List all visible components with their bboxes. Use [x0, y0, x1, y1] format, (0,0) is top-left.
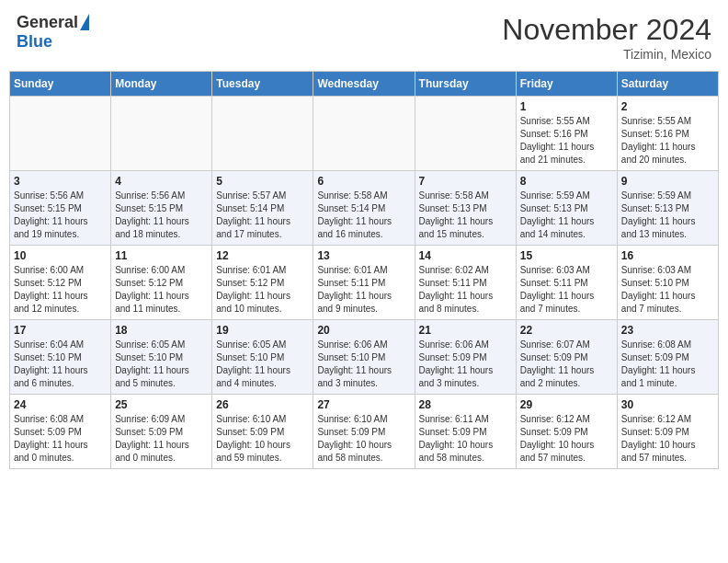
day-number: 20: [317, 324, 410, 337]
day-info: Sunrise: 5:58 AMSunset: 5:14 PMDaylight:…: [317, 190, 410, 241]
day-info: Sunrise: 6:12 AMSunset: 5:09 PMDaylight:…: [520, 413, 613, 465]
day-info: Sunrise: 6:10 AMSunset: 5:09 PMDaylight:…: [317, 413, 410, 465]
day-number: 17: [14, 324, 107, 337]
calendar-cell: 15Sunrise: 6:03 AMSunset: 5:11 PMDayligh…: [516, 246, 617, 320]
title-block: November 2024 Tizimin, Mexico: [502, 13, 711, 62]
day-header-thursday: Thursday: [415, 72, 516, 97]
calendar-cell: 1Sunrise: 5:55 AMSunset: 5:16 PMDaylight…: [516, 97, 617, 171]
day-info: Sunrise: 6:06 AMSunset: 5:10 PMDaylight:…: [317, 339, 410, 390]
calendar-cell: [313, 97, 415, 171]
calendar-table: SundayMondayTuesdayWednesdayThursdayFrid…: [9, 71, 719, 469]
day-number: 7: [419, 175, 512, 188]
calendar-cell: 29Sunrise: 6:12 AMSunset: 5:09 PMDayligh…: [516, 395, 617, 469]
calendar-week-4: 17Sunrise: 6:04 AMSunset: 5:10 PMDayligh…: [10, 320, 719, 395]
header: General Blue November 2024 Tizimin, Mexi…: [9, 9, 719, 65]
calendar-cell: 25Sunrise: 6:09 AMSunset: 5:09 PMDayligh…: [111, 395, 212, 469]
calendar-cell: 8Sunrise: 5:59 AMSunset: 5:13 PMDaylight…: [516, 171, 617, 246]
day-info: Sunrise: 6:09 AMSunset: 5:09 PMDaylight:…: [115, 413, 208, 465]
logo: General Blue: [17, 13, 89, 52]
calendar-week-2: 3Sunrise: 5:56 AMSunset: 5:15 PMDaylight…: [10, 171, 719, 246]
day-header-friday: Friday: [516, 72, 617, 97]
day-info: Sunrise: 6:08 AMSunset: 5:09 PMDaylight:…: [14, 413, 107, 465]
calendar-cell: 26Sunrise: 6:10 AMSunset: 5:09 PMDayligh…: [212, 395, 313, 469]
day-info: Sunrise: 6:07 AMSunset: 5:09 PMDaylight:…: [520, 339, 613, 390]
day-info: Sunrise: 6:00 AMSunset: 5:12 PMDaylight:…: [115, 264, 208, 316]
day-info: Sunrise: 5:55 AMSunset: 5:16 PMDaylight:…: [621, 115, 714, 167]
day-number: 27: [317, 398, 410, 411]
day-header-tuesday: Tuesday: [212, 72, 313, 97]
calendar-cell: 14Sunrise: 6:02 AMSunset: 5:11 PMDayligh…: [415, 246, 516, 320]
day-number: 8: [520, 175, 613, 188]
calendar-cell: [212, 97, 313, 171]
day-info: Sunrise: 6:01 AMSunset: 5:11 PMDaylight:…: [317, 264, 410, 316]
calendar-cell: 16Sunrise: 6:03 AMSunset: 5:10 PMDayligh…: [617, 246, 718, 320]
day-number: 5: [216, 175, 309, 188]
day-number: 10: [14, 249, 107, 262]
calendar-cell: 6Sunrise: 5:58 AMSunset: 5:14 PMDaylight…: [313, 171, 415, 246]
calendar-header-row: SundayMondayTuesdayWednesdayThursdayFrid…: [10, 72, 719, 97]
day-header-saturday: Saturday: [617, 72, 718, 97]
day-number: 23: [621, 324, 714, 337]
day-number: 28: [419, 398, 512, 411]
day-info: Sunrise: 6:11 AMSunset: 5:09 PMDaylight:…: [419, 413, 512, 465]
day-number: 22: [520, 324, 613, 337]
day-header-sunday: Sunday: [10, 72, 111, 97]
calendar-cell: [111, 97, 212, 171]
logo-triangle-icon: [80, 14, 89, 30]
day-number: 11: [115, 249, 208, 262]
day-number: 2: [621, 100, 714, 113]
calendar-cell: 7Sunrise: 5:58 AMSunset: 5:13 PMDaylight…: [415, 171, 516, 246]
day-number: 15: [520, 249, 613, 262]
calendar-week-3: 10Sunrise: 6:00 AMSunset: 5:12 PMDayligh…: [10, 246, 719, 320]
day-info: Sunrise: 5:56 AMSunset: 5:15 PMDaylight:…: [115, 190, 208, 241]
calendar-cell: 17Sunrise: 6:04 AMSunset: 5:10 PMDayligh…: [10, 320, 111, 395]
day-number: 13: [317, 249, 410, 262]
day-info: Sunrise: 5:57 AMSunset: 5:14 PMDaylight:…: [216, 190, 309, 241]
day-info: Sunrise: 5:55 AMSunset: 5:16 PMDaylight:…: [520, 115, 613, 167]
day-info: Sunrise: 6:04 AMSunset: 5:10 PMDaylight:…: [14, 339, 107, 390]
day-number: 14: [419, 249, 512, 262]
day-number: 24: [14, 398, 107, 411]
calendar-cell: 27Sunrise: 6:10 AMSunset: 5:09 PMDayligh…: [313, 395, 415, 469]
day-info: Sunrise: 5:59 AMSunset: 5:13 PMDaylight:…: [621, 190, 714, 241]
logo-blue-text: Blue: [17, 32, 52, 52]
day-header-wednesday: Wednesday: [313, 72, 415, 97]
calendar-cell: 9Sunrise: 5:59 AMSunset: 5:13 PMDaylight…: [617, 171, 718, 246]
day-number: 12: [216, 249, 309, 262]
calendar-cell: 19Sunrise: 6:05 AMSunset: 5:10 PMDayligh…: [212, 320, 313, 395]
day-number: 6: [317, 175, 410, 188]
calendar-cell: 3Sunrise: 5:56 AMSunset: 5:15 PMDaylight…: [10, 171, 111, 246]
calendar-cell: 24Sunrise: 6:08 AMSunset: 5:09 PMDayligh…: [10, 395, 111, 469]
day-info: Sunrise: 6:06 AMSunset: 5:09 PMDaylight:…: [419, 339, 512, 390]
day-info: Sunrise: 6:10 AMSunset: 5:09 PMDaylight:…: [216, 413, 309, 465]
calendar-cell: 28Sunrise: 6:11 AMSunset: 5:09 PMDayligh…: [415, 395, 516, 469]
calendar-cell: 12Sunrise: 6:01 AMSunset: 5:12 PMDayligh…: [212, 246, 313, 320]
day-info: Sunrise: 6:12 AMSunset: 5:09 PMDaylight:…: [621, 413, 714, 465]
calendar-cell: 23Sunrise: 6:08 AMSunset: 5:09 PMDayligh…: [617, 320, 718, 395]
day-number: 18: [115, 324, 208, 337]
day-info: Sunrise: 5:56 AMSunset: 5:15 PMDaylight:…: [14, 190, 107, 241]
day-info: Sunrise: 6:05 AMSunset: 5:10 PMDaylight:…: [115, 339, 208, 390]
day-number: 19: [216, 324, 309, 337]
calendar-cell: 22Sunrise: 6:07 AMSunset: 5:09 PMDayligh…: [516, 320, 617, 395]
day-info: Sunrise: 6:03 AMSunset: 5:11 PMDaylight:…: [520, 264, 613, 316]
day-info: Sunrise: 5:58 AMSunset: 5:13 PMDaylight:…: [419, 190, 512, 241]
day-info: Sunrise: 5:59 AMSunset: 5:13 PMDaylight:…: [520, 190, 613, 241]
day-number: 21: [419, 324, 512, 337]
logo-general-text: General: [17, 13, 78, 32]
day-number: 1: [520, 100, 613, 113]
day-info: Sunrise: 6:01 AMSunset: 5:12 PMDaylight:…: [216, 264, 309, 316]
calendar-cell: 30Sunrise: 6:12 AMSunset: 5:09 PMDayligh…: [617, 395, 718, 469]
day-info: Sunrise: 6:08 AMSunset: 5:09 PMDaylight:…: [621, 339, 714, 390]
calendar-cell: 11Sunrise: 6:00 AMSunset: 5:12 PMDayligh…: [111, 246, 212, 320]
calendar-cell: 5Sunrise: 5:57 AMSunset: 5:14 PMDaylight…: [212, 171, 313, 246]
day-number: 16: [621, 249, 714, 262]
location-text: Tizimin, Mexico: [502, 47, 711, 62]
day-info: Sunrise: 6:02 AMSunset: 5:11 PMDaylight:…: [419, 264, 512, 316]
calendar-cell: 2Sunrise: 5:55 AMSunset: 5:16 PMDaylight…: [617, 97, 718, 171]
calendar-cell: 10Sunrise: 6:00 AMSunset: 5:12 PMDayligh…: [10, 246, 111, 320]
day-header-monday: Monday: [111, 72, 212, 97]
day-info: Sunrise: 6:05 AMSunset: 5:10 PMDaylight:…: [216, 339, 309, 390]
day-number: 29: [520, 398, 613, 411]
calendar-week-5: 24Sunrise: 6:08 AMSunset: 5:09 PMDayligh…: [10, 395, 719, 469]
